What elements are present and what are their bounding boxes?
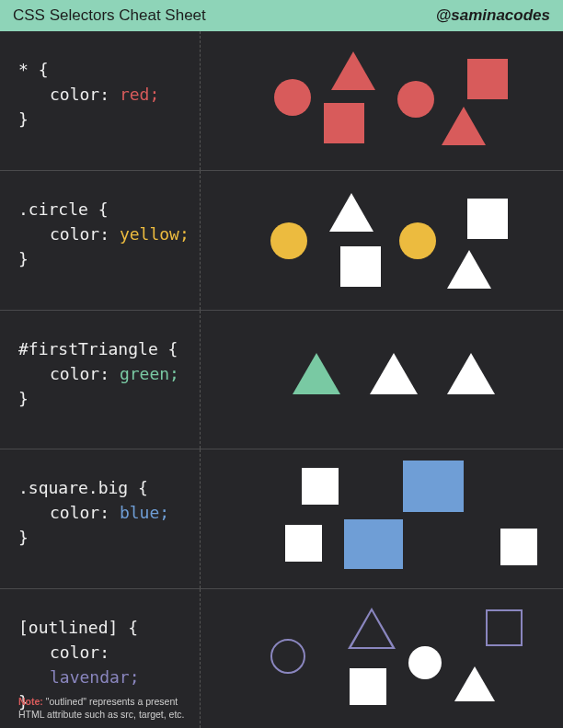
selector-line: .square.big { bbox=[18, 478, 148, 497]
row-universal: * { color: red; } bbox=[0, 31, 563, 170]
value: yellow; bbox=[120, 224, 190, 244]
value: green; bbox=[120, 364, 179, 383]
shapes-class bbox=[201, 171, 563, 310]
row-id: #firstTriangle { color: green; } bbox=[0, 310, 563, 449]
triangle-icon bbox=[447, 250, 491, 289]
note: Note: "outlined" represents a present HT… bbox=[18, 695, 189, 721]
close-brace: } bbox=[18, 389, 29, 408]
triangle-icon bbox=[370, 353, 418, 394]
triangle-icon bbox=[454, 666, 495, 701]
triangle-icon bbox=[447, 353, 495, 394]
square-big-icon bbox=[344, 519, 403, 569]
prop: color bbox=[50, 503, 99, 522]
selector-line: [outlined] { bbox=[18, 618, 138, 637]
prop: color bbox=[50, 364, 99, 383]
code-universal: * { color: red; } bbox=[0, 31, 201, 170]
close-brace: } bbox=[18, 109, 29, 129]
code-class: .circle { color: yellow; } bbox=[0, 171, 201, 310]
square-icon bbox=[285, 525, 322, 562]
code-id: #firstTriangle { color: green; } bbox=[0, 311, 201, 449]
triangle-icon bbox=[331, 51, 375, 90]
triangle-icon bbox=[442, 107, 486, 145]
triangle-outlined-icon bbox=[348, 608, 396, 649]
square-big-icon bbox=[403, 461, 464, 512]
rows-container: * { color: red; } .circle { color: yello… bbox=[0, 31, 563, 728]
selector-line: * { bbox=[18, 60, 49, 79]
prop: color bbox=[50, 224, 99, 244]
row-attribute: [outlined] { color: lavendar; } Note: "o… bbox=[0, 588, 563, 728]
row-compound: .square.big { color: blue; } bbox=[0, 449, 563, 588]
shapes-attribute bbox=[201, 589, 563, 728]
circle-icon bbox=[397, 81, 434, 118]
prop: color bbox=[50, 85, 99, 104]
shapes-compound bbox=[201, 449, 563, 588]
note-label: Note: bbox=[18, 696, 43, 707]
shapes-id bbox=[201, 311, 563, 449]
close-brace: } bbox=[18, 249, 29, 268]
triangle-icon bbox=[329, 193, 373, 232]
circle-icon bbox=[274, 79, 311, 116]
square-icon bbox=[302, 468, 339, 505]
note-text: "outlined" represents a present HTML att… bbox=[18, 696, 185, 720]
author-handle: @saminacodes bbox=[436, 6, 550, 25]
prop: color bbox=[50, 643, 99, 662]
circle-outlined-icon bbox=[270, 639, 305, 674]
square-icon bbox=[467, 59, 508, 99]
value: red; bbox=[120, 85, 159, 104]
square-icon bbox=[467, 199, 508, 239]
circle-icon bbox=[408, 646, 442, 679]
square-icon bbox=[340, 246, 381, 287]
selector-line: #firstTriangle { bbox=[18, 339, 178, 358]
row-class: .circle { color: yellow; } bbox=[0, 170, 563, 310]
header: CSS Selectors Cheat Sheet @saminacodes bbox=[0, 0, 563, 31]
value: lavendar; bbox=[50, 667, 140, 687]
shapes-universal bbox=[201, 31, 563, 170]
triangle-icon bbox=[293, 353, 340, 394]
square-icon bbox=[324, 103, 364, 143]
value: blue; bbox=[120, 503, 169, 522]
circle-icon bbox=[399, 222, 436, 259]
circle-icon bbox=[270, 222, 307, 259]
code-compound: .square.big { color: blue; } bbox=[0, 449, 201, 588]
square-icon bbox=[350, 668, 386, 705]
square-icon bbox=[500, 529, 537, 565]
page-title: CSS Selectors Cheat Sheet bbox=[13, 6, 206, 25]
square-outlined-icon bbox=[486, 609, 523, 646]
selector-line: .circle { bbox=[18, 199, 109, 219]
close-brace: } bbox=[18, 528, 29, 547]
code-attribute: [outlined] { color: lavendar; } Note: "o… bbox=[0, 589, 201, 728]
